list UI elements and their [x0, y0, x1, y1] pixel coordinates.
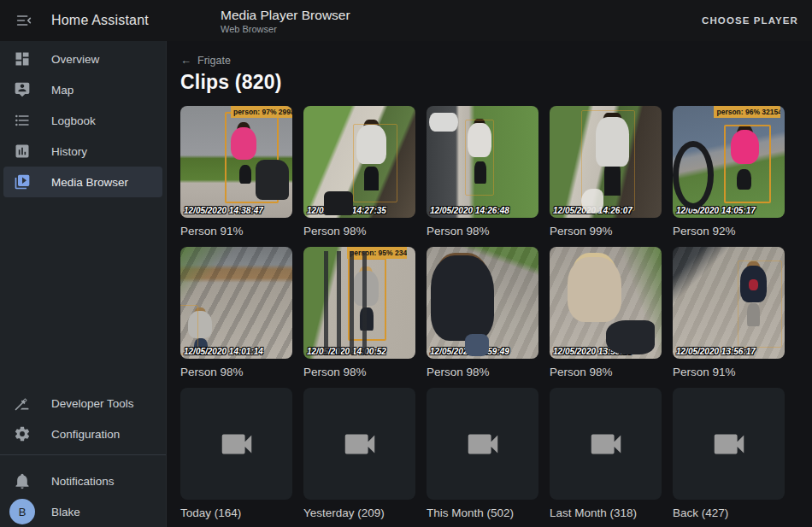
sidebar-item-map[interactable]: Map	[3, 74, 162, 105]
clip-timestamp: 12/05/2020 14:27:35	[307, 206, 386, 215]
profile-name: Blake	[51, 506, 80, 518]
folder-label: This Month (502)	[427, 507, 538, 519]
clip-timestamp: 12/05/2020 14:05:17	[676, 206, 756, 215]
clip-label: Person 98%	[550, 366, 662, 378]
sidebar-item-configuration[interactable]: Configuration	[3, 419, 162, 449]
sidebar-item-label: Configuration	[51, 428, 120, 441]
sidebar-item-overview[interactable]: Overview	[3, 44, 162, 74]
sidebar-item-logbook[interactable]: Logbook	[3, 105, 162, 136]
video-camera-icon	[709, 425, 749, 464]
clip-item[interactable]: person: 96% 32154 12/05/2020 14:05:17 Pe…	[673, 106, 785, 237]
clip-label: Person 98%	[303, 225, 415, 237]
sidebar-item-developer-tools[interactable]: Developer Tools	[3, 388, 162, 419]
page-title: Media Player Browser	[221, 8, 350, 23]
sidebar-toggle-icon	[15, 11, 33, 30]
clip-item[interactable]: person: 97% 29988 12/05/2020 14:38:47 Pe…	[180, 106, 292, 237]
home-assistant-app: Home Assistant Media Player Browser Web …	[0, 0, 812, 527]
media-browser-content: ← Frigate Clips (820) person: 97% 29988 …	[167, 41, 812, 527]
breadcrumb-label: Frigate	[197, 55, 231, 67]
clip-label: Person 98%	[303, 366, 415, 378]
sidebar-spacer	[0, 197, 166, 388]
clip-thumbnail: person: 95% 23432 12/05/2020 14:00:52	[303, 247, 415, 359]
sidebar: Overview Map Logbook History Media Brows…	[0, 41, 167, 527]
sidebar-item-label: History	[51, 145, 87, 158]
sidebar-toggle-button[interactable]	[12, 9, 36, 32]
choose-player-button[interactable]: CHOOSE PLAYER	[688, 2, 812, 39]
clip-label: Person 91%	[673, 366, 785, 378]
sidebar-item-profile[interactable]: B Blake	[3, 496, 162, 527]
folder-label: Today (164)	[180, 507, 292, 519]
clip-thumbnail: 12/05/2020 14:26:48	[427, 106, 538, 218]
avatar: B	[9, 499, 35, 524]
clip-item[interactable]: 12/05/2020 13:56:17 Person 91%	[673, 247, 785, 378]
clip-thumbnail: 12/05/2020 14:01:14	[180, 247, 292, 359]
folder-item[interactable]: Today (164)	[180, 388, 292, 519]
folder-item[interactable]: Last Month (318)	[550, 388, 662, 519]
clip-item[interactable]: 12/05/2020 14:27:35 Person 98%	[303, 106, 415, 237]
sidebar-item-label: Map	[51, 84, 74, 97]
chart-box-icon	[14, 143, 31, 160]
folder-item[interactable]: Back (427)	[673, 388, 785, 519]
video-camera-icon	[586, 425, 626, 464]
clip-item[interactable]: 12/05/2020 13:58:30 Person 98%	[550, 247, 662, 378]
clip-thumbnail: 12/05/2020 14:27:35	[303, 106, 415, 218]
clip-label: Person 98%	[427, 366, 538, 378]
detection-tag: person: 97% 29988	[231, 106, 292, 118]
top-bar-left: Home Assistant	[0, 9, 167, 32]
sidebar-item-history[interactable]: History	[3, 136, 162, 167]
clip-label: Person 92%	[673, 225, 785, 237]
detection-bbox	[738, 261, 782, 348]
folder-label: Back (427)	[673, 507, 785, 519]
sidebar-item-label: Overview	[51, 53, 99, 66]
play-box-multiple-icon	[14, 173, 31, 190]
clip-label: Person 91%	[180, 225, 292, 237]
video-camera-icon	[217, 425, 256, 464]
sidebar-item-label: Notifications	[51, 475, 115, 488]
clip-thumbnail: 12/05/2020 13:56:17	[673, 247, 785, 359]
clip-timestamp: 12/05/2020 14:00:52	[307, 347, 386, 356]
tooltip-account-icon	[14, 81, 31, 98]
detection-bbox	[348, 258, 386, 341]
clip-item[interactable]: 12/05/2020 14:26:48 Person 98%	[427, 106, 538, 237]
folder-item[interactable]: This Month (502)	[427, 388, 538, 519]
page-title-block: Media Player Browser Web Browser	[221, 8, 350, 34]
sidebar-divider	[0, 454, 166, 455]
clip-timestamp: 12/05/2020 14:26:07	[553, 206, 633, 215]
bell-icon	[14, 472, 31, 489]
clip-thumbnail: 12/05/2020 13:58:30	[550, 247, 662, 359]
sidebar-item-notifications[interactable]: Notifications	[3, 466, 162, 496]
folder-label: Yesterday (209)	[303, 507, 415, 519]
detection-bbox	[225, 112, 279, 203]
clip-timestamp: 12/05/2020 13:58:30	[553, 347, 633, 356]
sidebar-item-label: Logbook	[51, 114, 96, 127]
detection-tag: person: 95% 23432	[347, 247, 406, 259]
dashboard-icon	[14, 50, 31, 67]
app-title: Home Assistant	[51, 13, 149, 28]
breadcrumb-back[interactable]: ← Frigate	[180, 54, 798, 67]
detection-bbox	[724, 125, 771, 203]
folder-item[interactable]: Yesterday (209)	[303, 388, 415, 519]
video-camera-icon	[463, 425, 503, 464]
clip-timestamp: 12/05/2020 13:56:17	[676, 347, 756, 356]
clip-timestamp: 12/05/2020 14:38:47	[184, 206, 263, 215]
clip-thumbnail: 12/05/2020 13:59:49	[427, 247, 538, 359]
clip-item[interactable]: 12/05/2020 14:01:14 Person 98%	[180, 247, 292, 378]
clip-timestamp: 12/05/2020 13:59:49	[430, 347, 509, 356]
detection-bbox	[353, 124, 397, 202]
list-bulleted-icon	[14, 112, 31, 129]
back-arrow-icon: ←	[180, 54, 191, 67]
clip-timestamp: 12/05/2020 14:01:14	[184, 347, 263, 356]
clip-timestamp: 12/05/2020 14:26:48	[430, 206, 509, 215]
detection-bbox	[581, 110, 635, 211]
clip-label: Person 98%	[427, 225, 538, 237]
sidebar-item-label: Media Browser	[51, 176, 128, 189]
body-row: Overview Map Logbook History Media Brows…	[0, 41, 812, 527]
page-heading: Clips (820)	[180, 71, 798, 94]
video-camera-icon	[340, 425, 380, 464]
folder-thumbnail	[673, 388, 785, 500]
top-bar: Home Assistant Media Player Browser Web …	[0, 0, 812, 41]
sidebar-item-media-browser[interactable]: Media Browser	[3, 167, 162, 197]
clip-item[interactable]: 12/05/2020 13:59:49 Person 98%	[427, 247, 538, 378]
clip-item[interactable]: person: 95% 23432 12/05/2020 14:00:52 Pe…	[303, 247, 415, 378]
clip-item[interactable]: 12/05/2020 14:26:07 Person 99%	[550, 106, 662, 237]
